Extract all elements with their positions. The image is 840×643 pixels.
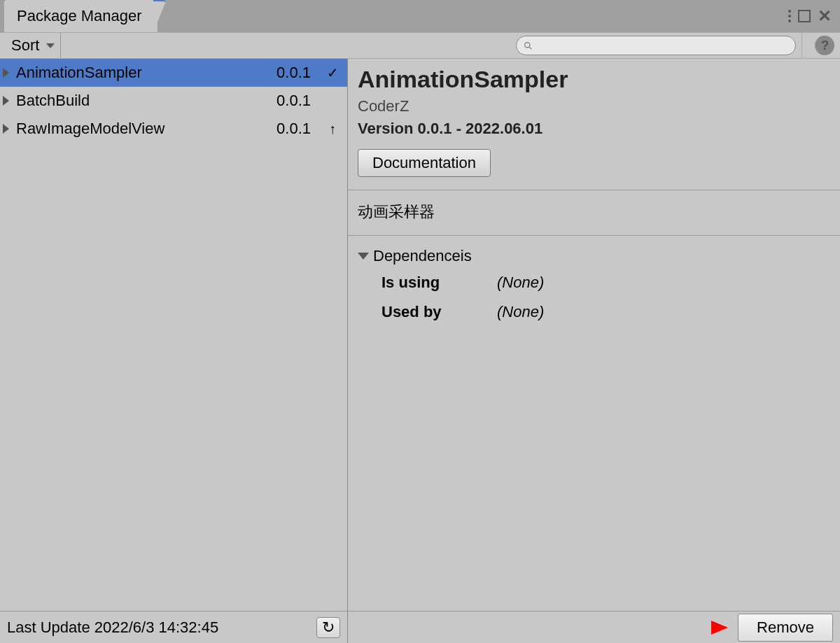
detail-title: AnimationSampler (358, 66, 830, 93)
right-footer: Remove (348, 611, 840, 643)
main-content: AnimationSampler 0.0.1 ✓ BatchBuild 0.0.… (0, 59, 840, 643)
expand-arrow-icon (3, 96, 9, 106)
search-box[interactable] (516, 36, 796, 55)
package-row[interactable]: BatchBuild 0.0.1 (0, 87, 347, 115)
annotation-arrow-icon (665, 617, 728, 638)
divider (348, 235, 840, 236)
tab-title: Package Manager (17, 7, 142, 24)
package-status-icon: ✓ (325, 64, 340, 81)
last-update-label: Last Update 2022/6/3 14:32:45 (7, 619, 218, 637)
detail-version: Version 0.0.1 - 2022.06.01 (358, 120, 830, 138)
package-version: 0.0.1 (276, 120, 311, 138)
package-version: 0.0.1 (276, 64, 311, 82)
window-tab[interactable]: Package Manager (4, 0, 158, 32)
expand-arrow-icon (3, 68, 9, 78)
svg-marker-3 (711, 621, 728, 635)
package-list-panel: AnimationSampler 0.0.1 ✓ BatchBuild 0.0.… (0, 59, 348, 643)
close-icon[interactable]: ✕ (818, 8, 832, 24)
documentation-label: Documentation (372, 154, 476, 171)
package-row[interactable]: RawImageModelView 0.0.1 ↑ (0, 115, 347, 143)
chevron-down-icon (358, 253, 369, 260)
dependency-isusing-row: Is using (None) (358, 274, 830, 292)
svg-point-0 (525, 42, 530, 47)
divider (348, 190, 840, 190)
dependencies-header[interactable]: Dependenceis (358, 247, 830, 265)
toolbar: Sort ? (0, 32, 840, 59)
kebab-menu-icon[interactable] (788, 10, 791, 22)
help-icon[interactable]: ? (815, 36, 834, 55)
package-row[interactable]: AnimationSampler 0.0.1 ✓ (0, 59, 347, 87)
remove-label: Remove (757, 619, 814, 636)
documentation-button[interactable]: Documentation (358, 149, 491, 177)
isusing-value: (None) (497, 274, 544, 292)
window-controls: ✕ (788, 0, 840, 32)
detail-description: 动画采样器 (358, 202, 830, 222)
usedby-label: Used by (382, 303, 458, 321)
sort-label: Sort (11, 36, 39, 55)
package-name: BatchBuild (16, 92, 276, 110)
package-list: AnimationSampler 0.0.1 ✓ BatchBuild 0.0.… (0, 59, 347, 611)
expand-arrow-icon (3, 124, 9, 134)
package-name: RawImageModelView (16, 120, 276, 138)
chevron-down-icon (46, 43, 55, 48)
refresh-icon: ↻ (322, 619, 335, 637)
search-icon (524, 41, 533, 50)
refresh-button[interactable]: ↻ (316, 617, 340, 638)
dependencies-label: Dependenceis (373, 247, 472, 265)
title-bar: Package Manager ✕ (0, 0, 840, 32)
package-version: 0.0.1 (276, 92, 311, 110)
remove-button[interactable]: Remove (738, 614, 833, 642)
search-input[interactable] (537, 39, 788, 52)
dependency-usedby-row: Used by (None) (358, 303, 830, 321)
left-footer: Last Update 2022/6/3 14:32:45 ↻ (0, 611, 347, 643)
usedby-value: (None) (497, 303, 544, 321)
sort-dropdown[interactable]: Sort (6, 33, 61, 58)
package-status-icon: ↑ (325, 121, 340, 137)
svg-line-1 (529, 47, 531, 49)
detail-panel: AnimationSampler CoderZ Version 0.0.1 - … (348, 59, 840, 643)
maximize-icon[interactable] (798, 10, 811, 22)
package-name: AnimationSampler (16, 64, 276, 82)
detail-author: CoderZ (358, 97, 830, 115)
isusing-label: Is using (382, 274, 458, 292)
detail-body: AnimationSampler CoderZ Version 0.0.1 - … (348, 59, 840, 611)
